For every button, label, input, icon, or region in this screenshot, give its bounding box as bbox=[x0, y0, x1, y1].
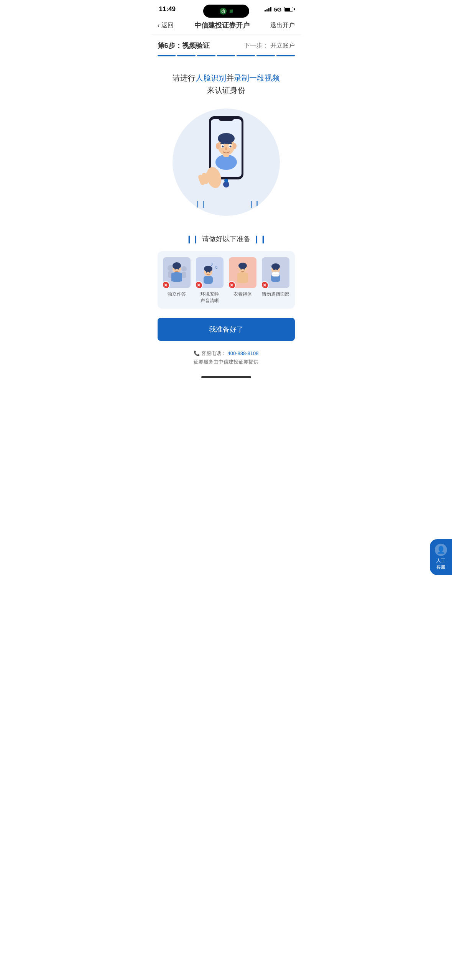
footer-phone-row: 📞 客服电话： 400-888-8108 bbox=[158, 350, 295, 357]
di-camera bbox=[230, 10, 233, 13]
svg-point-29 bbox=[178, 268, 179, 270]
prepare-card-dressed: ✕ 衣着得体 bbox=[228, 257, 257, 304]
svg-point-39 bbox=[240, 268, 242, 270]
prepare-section: ❙❙ 请做好以下准备 ❙❙ bbox=[151, 234, 301, 309]
exit-button[interactable]: 退出开户 bbox=[270, 21, 295, 30]
svg-point-9 bbox=[233, 143, 237, 149]
step-row: 第6步：视频验证 下一步： 开立账户 bbox=[158, 41, 295, 50]
wave-left-icon: ❙❙ bbox=[186, 234, 199, 243]
progress-5 bbox=[237, 55, 255, 56]
step-title: 第6步：视频验证 bbox=[158, 41, 210, 50]
progress-3 bbox=[197, 55, 215, 56]
home-indicator bbox=[151, 373, 301, 383]
illustration-circle: ❙❙ ❙❙ bbox=[173, 109, 280, 216]
prepare-card-face: ✕ 请勿遮挡面部 bbox=[261, 257, 290, 304]
footer-phone[interactable]: 400-888-8108 bbox=[228, 350, 259, 356]
progress-2 bbox=[177, 55, 196, 56]
svg-point-28 bbox=[174, 268, 176, 270]
instruction-middle: 并 bbox=[226, 74, 234, 82]
progress-6 bbox=[256, 55, 275, 56]
main-content: 请进行人脸识别并录制一段视频 来认证身份 bbox=[151, 59, 301, 234]
card2-x-badge: ✕ bbox=[196, 281, 203, 288]
step-next-label: 下一步： bbox=[244, 42, 268, 49]
svg-point-12 bbox=[222, 146, 224, 148]
svg-point-24 bbox=[181, 266, 187, 271]
svg-point-7 bbox=[218, 133, 235, 144]
progress-1 bbox=[158, 55, 176, 56]
svg-point-35 bbox=[206, 271, 207, 273]
card-face-image: ✕ bbox=[262, 257, 289, 288]
back-button[interactable]: ‹ 返回 bbox=[158, 21, 174, 30]
card-independent-image: ✕ bbox=[163, 257, 191, 288]
footer-label: 客服电话： bbox=[201, 350, 226, 357]
svg-point-33 bbox=[204, 266, 212, 272]
svg-rect-34 bbox=[204, 276, 213, 284]
svg-point-44 bbox=[273, 269, 275, 270]
card4-x-badge: ✕ bbox=[262, 281, 269, 288]
back-label: 返回 bbox=[161, 21, 174, 30]
svg-point-8 bbox=[216, 143, 220, 149]
prepare-title: 请做好以下准备 bbox=[202, 234, 250, 243]
card1-x-badge: ✕ bbox=[163, 281, 170, 288]
svg-point-14 bbox=[225, 147, 227, 150]
progress-bar bbox=[158, 55, 295, 59]
card-dressed-image: ✕ bbox=[229, 257, 256, 288]
svg-text:❙❙: ❙❙ bbox=[248, 200, 260, 208]
instruction-prefix: 请进行 bbox=[173, 74, 196, 82]
face-recognition-illustration: ❙❙ ❙❙ bbox=[188, 112, 265, 212]
card3-x-badge: ✕ bbox=[229, 281, 236, 288]
prepare-card-quiet: ♪ ♫ ✕ 环境安静 声音清晰 bbox=[195, 257, 224, 304]
prepare-title-row: ❙❙ 请做好以下准备 ❙❙ bbox=[158, 234, 295, 243]
di-icon: ⏻ bbox=[220, 8, 227, 15]
home-bar bbox=[201, 376, 251, 378]
instruction-highlight2: 录制一段视频 bbox=[234, 74, 280, 82]
illustration-container: ❙❙ ❙❙ bbox=[158, 109, 295, 216]
card-quiet-image: ♪ ♫ ✕ bbox=[196, 257, 224, 288]
dynamic-island: ⏻ bbox=[203, 5, 249, 18]
instruction-line2: 来认证身份 bbox=[207, 86, 245, 94]
ready-button[interactable]: 我准备好了 bbox=[158, 318, 295, 341]
card4-label: 请勿遮挡面部 bbox=[262, 291, 289, 298]
progress-7 bbox=[276, 55, 295, 56]
step-next-value: 开立账户 bbox=[270, 42, 295, 49]
nav-title: 中信建投证券开户 bbox=[194, 21, 250, 30]
card1-label: 独立作答 bbox=[168, 291, 186, 298]
wave-right-icon: ❙❙ bbox=[253, 234, 266, 243]
nav-bar: ‹ 返回 中信建投证券开户 退出开户 bbox=[151, 16, 301, 35]
footer: 📞 客服电话： 400-888-8108 证券服务由中信建投证券提供 bbox=[151, 347, 301, 373]
signal-icon bbox=[265, 7, 271, 12]
phone-icon: 📞 bbox=[194, 350, 200, 356]
prepare-cards: ✕ 独立作答 ♪ ♫ ✕ 环境安静 bbox=[158, 251, 295, 309]
svg-text:♪: ♪ bbox=[210, 261, 213, 267]
svg-point-45 bbox=[276, 269, 278, 270]
svg-point-19 bbox=[224, 179, 228, 183]
prepare-card-independent: ✕ 独立作答 bbox=[162, 257, 191, 304]
step-next: 下一步： 开立账户 bbox=[244, 42, 294, 50]
svg-point-40 bbox=[243, 268, 245, 270]
progress-4 bbox=[217, 55, 235, 56]
svg-rect-2 bbox=[219, 116, 234, 121]
step-header: 第6步：视频验证 下一步： 开立账户 bbox=[151, 35, 301, 59]
status-right: 5G bbox=[265, 6, 293, 13]
svg-point-42 bbox=[271, 263, 280, 270]
instruction-highlight1: 人脸识别 bbox=[196, 74, 226, 82]
status-time: 11:49 bbox=[159, 5, 176, 13]
instruction-text: 请进行人脸识别并录制一段视频 来认证身份 bbox=[158, 72, 295, 96]
svg-point-27 bbox=[173, 262, 181, 269]
battery-icon bbox=[284, 7, 293, 12]
svg-point-36 bbox=[209, 271, 210, 273]
footer-provider: 证券服务由中信建投证券提供 bbox=[158, 358, 295, 365]
back-chevron-icon: ‹ bbox=[158, 21, 160, 30]
card3-label: 衣着得体 bbox=[233, 291, 252, 298]
svg-text:♫: ♫ bbox=[214, 265, 218, 270]
network-label: 5G bbox=[274, 6, 281, 13]
svg-text:❙❙: ❙❙ bbox=[195, 200, 206, 208]
svg-point-13 bbox=[229, 146, 231, 148]
card2-label: 环境安静 声音清晰 bbox=[201, 291, 219, 304]
svg-point-38 bbox=[238, 263, 247, 269]
